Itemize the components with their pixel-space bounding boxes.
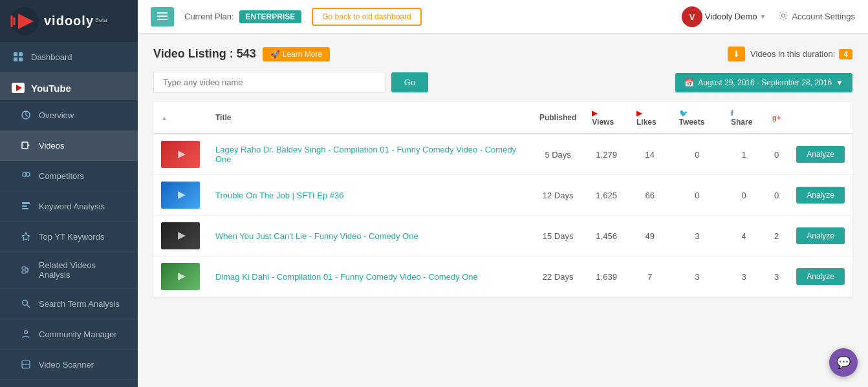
col-action — [788, 102, 852, 134]
date-picker-button[interactable]: 📅 August 29, 2016 - September 28, 2016 ▼ — [675, 73, 852, 92]
sidebar-item-dashboard-label: Dashboard — [31, 52, 72, 62]
sidebar-item-scanner-label: Video Scanner — [39, 360, 94, 370]
avatar: V — [682, 6, 702, 27]
sidebar-item-related-videos[interactable]: Related Videos Analysis — [0, 252, 138, 289]
keyword-icon — [19, 200, 32, 213]
svg-marker-12 — [28, 144, 30, 147]
col-share: f Share — [723, 102, 765, 134]
svg-marker-39 — [178, 273, 186, 280]
sidebar-item-overview-label: Overview — [39, 110, 74, 120]
cell-published: 5 Days — [532, 134, 584, 175]
video-title-link[interactable]: Trouble On The Job | SFTI Ep #36 — [215, 191, 343, 200]
sidebar-item-search-term-label: Search Term Analysis — [39, 299, 120, 309]
cell-published: 15 Days — [532, 216, 584, 256]
account-settings-link[interactable]: Account Settings — [779, 11, 855, 22]
go-back-button[interactable]: Go back to old dashboard — [312, 8, 421, 26]
sidebar-item-search-term[interactable]: Search Term Analysis — [0, 289, 138, 319]
cell-share: 1 — [723, 134, 765, 175]
sidebar-item-top-keywords-label: Top YT Keywords — [39, 232, 104, 242]
video-thumbnail — [161, 141, 200, 168]
svg-marker-37 — [178, 191, 186, 199]
cell-title: Lagey Raho Dr. Baldev Singh - Compilatio… — [208, 134, 532, 175]
table-row: Trouble On The Job | SFTI Ep #36 12 Days… — [153, 175, 852, 216]
table-row: Dimag Ki Dahi - Compilation 01 - Funny C… — [153, 256, 852, 297]
sidebar-item-dashboard[interactable]: Dashboard — [0, 42, 138, 72]
analyze-button[interactable]: Analyze — [796, 187, 845, 204]
svg-marker-18 — [22, 233, 30, 240]
chat-fab[interactable]: 💬 — [829, 348, 858, 377]
video-title-link[interactable]: Lagey Raho Dr. Baldev Singh - Compilatio… — [215, 145, 516, 164]
cell-views: 1,456 — [584, 216, 629, 256]
main-content: Current Plan: ENTERPRISE Go back to old … — [138, 0, 868, 387]
current-plan: Current Plan: ENTERPRISE — [184, 10, 301, 23]
calendar-icon: 📅 — [684, 78, 694, 87]
cell-views: 1,639 — [584, 256, 629, 297]
download-button[interactable]: ⬇ — [728, 47, 745, 61]
analyze-button[interactable]: Analyze — [796, 146, 845, 163]
learn-more-button[interactable]: 🚀 Learn More — [263, 47, 330, 61]
sidebar-nav: Dashboard YouTube Overview Videos — [0, 42, 138, 387]
sidebar-item-related-label: Related Videos Analysis — [39, 260, 126, 280]
cell-gplus: 2 — [765, 216, 788, 256]
account-settings-label: Account Settings — [792, 12, 855, 21]
scanner-icon — [19, 358, 32, 371]
cell-share: 0 — [723, 175, 765, 216]
cell-gplus: 0 — [765, 175, 788, 216]
sidebar-item-youtube-label: YouTube — [31, 83, 71, 94]
sidebar-item-community-label: Community Manager — [39, 329, 117, 339]
related-icon — [19, 264, 32, 277]
cell-likes: 66 — [629, 175, 671, 216]
user-menu[interactable]: V Vidooly Demo ▼ — [682, 6, 766, 27]
col-thumb: ▲ — [153, 102, 208, 134]
menu-button[interactable] — [151, 7, 174, 26]
sidebar-item-video-scanner[interactable]: Video Scanner — [0, 350, 138, 380]
cell-title: Trouble On The Job | SFTI Ep #36 — [208, 175, 532, 216]
yt-views-icon: ▶ — [592, 109, 597, 117]
video-title-link[interactable]: When You Just Can't Lie - Funny Video - … — [215, 231, 418, 241]
youtube-icon — [12, 81, 25, 94]
video-listing-header: Video Listing : 543 🚀 Learn More ⬇ Video… — [153, 47, 852, 61]
col-title: Title — [208, 102, 532, 134]
analyze-button[interactable]: Analyze — [796, 268, 845, 285]
svg-rect-7 — [19, 58, 23, 61]
search-input[interactable] — [153, 72, 386, 93]
hamburger-icon — [157, 12, 168, 22]
analyze-button[interactable]: Analyze — [796, 227, 845, 244]
sidebar-item-youtube[interactable]: YouTube — [0, 72, 138, 100]
cell-action: Analyze — [788, 134, 852, 175]
cell-gplus: 3 — [765, 256, 788, 297]
svg-rect-20 — [22, 271, 26, 273]
table-row: Lagey Raho Dr. Baldev Singh - Compilatio… — [153, 134, 852, 175]
cell-share: 3 — [723, 256, 765, 297]
sort-arrow: ▲ — [161, 114, 168, 121]
col-gplus: g+ — [765, 102, 788, 134]
sidebar-logo: vidoolyBeta — [0, 0, 138, 42]
col-likes: ▶ Likes — [629, 102, 671, 134]
sidebar-item-top-yt-keywords[interactable]: Top YT Keywords — [0, 222, 138, 252]
sidebar-item-keyword-analysis[interactable]: Keyword Analysis — [0, 191, 138, 222]
video-thumbnail — [161, 182, 200, 209]
cell-tweets: 3 — [671, 216, 723, 256]
sidebar-item-keyword-label: Keyword Analysis — [39, 202, 105, 211]
cell-published: 22 Days — [532, 256, 584, 297]
search-left: Go — [153, 72, 428, 93]
cell-views: 1,625 — [584, 175, 629, 216]
video-thumbnail — [161, 263, 200, 290]
video-title-link[interactable]: Dimag Ki Dahi - Compilation 01 - Funny C… — [215, 272, 478, 282]
duration-info: ⬇ Videos in this duration: 4 — [728, 47, 852, 61]
rocket-icon: 🚀 — [270, 50, 280, 59]
sidebar-item-competitors[interactable]: Competitors — [0, 161, 138, 191]
topbar-right: V Vidooly Demo ▼ Account Settings — [682, 6, 855, 27]
sidebar-item-community-manager[interactable]: Community Manager — [0, 319, 138, 350]
svg-rect-5 — [19, 52, 23, 56]
cell-thumb — [153, 216, 208, 256]
video-thumbnail — [161, 222, 200, 249]
logo-icon — [10, 7, 39, 36]
sidebar-item-videos[interactable]: Videos — [0, 131, 138, 161]
go-button[interactable]: Go — [391, 72, 428, 92]
search-term-icon — [19, 297, 32, 310]
sidebar-item-overview[interactable]: Overview — [0, 100, 138, 131]
cell-thumb — [153, 256, 208, 297]
gplus-icon: g+ — [772, 114, 781, 121]
video-table: ▲ Title Published ▶ Views ▶ Likes 🐦 Twee… — [153, 102, 852, 297]
